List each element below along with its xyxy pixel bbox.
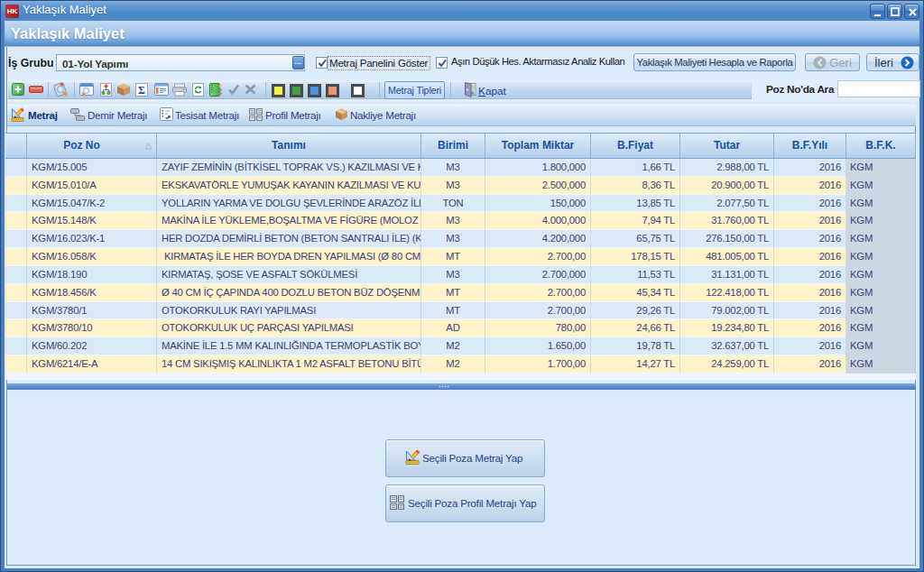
svg-text:Σ: Σ (138, 84, 145, 97)
